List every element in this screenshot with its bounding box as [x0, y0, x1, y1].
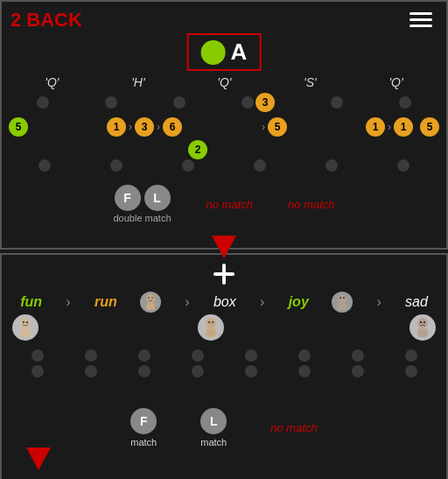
svg-rect-8: [338, 303, 346, 310]
green-stimulus-circle: [201, 40, 226, 65]
word-run: run: [94, 294, 117, 310]
letter-s: 'S': [304, 75, 317, 89]
dot: [405, 349, 417, 362]
svg-rect-16: [206, 328, 216, 337]
f-match-label: match: [130, 437, 157, 447]
svg-marker-0: [212, 236, 236, 258]
number-3-top: 3: [256, 93, 275, 112]
arrow-down-top: [208, 232, 240, 267]
no-match-bottom: no match: [270, 421, 317, 434]
svg-marker-23: [26, 447, 51, 470]
top-panel: 2 BACK A 'Q' 'H' 'Q' 'S' 'Q' 3: [0, 0, 448, 250]
dot: [298, 349, 311, 362]
svg-point-21: [420, 321, 422, 323]
bottom-panel: fun › run › box › joy: [0, 253, 448, 479]
bottom-fl-match-row: F match L match no match: [2, 408, 446, 447]
dot: [298, 365, 311, 377]
dot: [110, 159, 122, 172]
l-circle-bottom: L: [200, 408, 227, 434]
dot: [85, 365, 97, 377]
number-1c: 1: [394, 117, 413, 137]
face-run: [140, 292, 161, 313]
chevron: ›: [66, 294, 70, 310]
face-joy: [332, 292, 353, 313]
face-sad-bottom: [410, 314, 436, 341]
f-circle: F: [115, 185, 141, 211]
l-match-col: L match: [200, 408, 227, 447]
face-box-bottom: [198, 314, 224, 341]
number-6: 6: [163, 117, 182, 137]
bottom-labels-row: F L double match no match no match: [2, 185, 446, 223]
chevron: ›: [157, 121, 160, 133]
dot: [242, 96, 254, 109]
number-1b: 1: [366, 117, 385, 137]
number-5-right: 5: [420, 117, 439, 137]
svg-point-3: [146, 294, 155, 303]
dot: [399, 96, 411, 109]
dot: [326, 159, 338, 172]
l-circle: L: [144, 185, 171, 211]
dot: [182, 159, 194, 172]
dot: [32, 365, 44, 377]
svg-point-9: [340, 297, 341, 299]
dot: [405, 365, 417, 377]
chevron: ›: [376, 294, 381, 310]
dot: [192, 365, 204, 377]
svg-rect-12: [20, 328, 31, 337]
chevron: ›: [185, 294, 189, 310]
number-2: 2: [188, 140, 207, 159]
svg-point-18: [211, 321, 213, 323]
number-1a: 1: [107, 117, 126, 137]
svg-point-5: [148, 297, 150, 299]
dot: [192, 349, 204, 362]
dot: [38, 159, 51, 172]
svg-point-15: [206, 318, 216, 328]
dot: [352, 349, 364, 362]
hamburger-menu[interactable]: [410, 12, 432, 27]
dot: [254, 159, 266, 172]
dot: [85, 349, 97, 362]
word-box: box: [214, 294, 236, 310]
svg-point-11: [20, 318, 31, 328]
word-sad: sad: [405, 294, 428, 310]
svg-point-17: [207, 321, 209, 323]
number-3a: 3: [135, 117, 154, 137]
title-2back: 2 BACK: [10, 9, 82, 32]
svg-point-19: [417, 318, 428, 328]
l-match-label: match: [200, 437, 227, 447]
svg-rect-2: [214, 272, 234, 276]
hamburger-line-1: [410, 12, 432, 15]
letter-h: 'H': [131, 75, 144, 89]
stimulus-letter: A: [231, 39, 248, 66]
chevron: ›: [388, 121, 391, 133]
letter-q2: 'Q': [217, 75, 231, 89]
dots-row-top: 3: [9, 93, 439, 112]
letter-q1: 'Q': [45, 75, 59, 89]
dot: [245, 349, 257, 362]
number-5-left: 5: [9, 117, 28, 137]
svg-point-14: [26, 321, 28, 323]
letter-q3: 'Q': [388, 75, 402, 89]
svg-point-10: [343, 297, 345, 299]
arrow-down-bottom: [23, 444, 54, 479]
f-circle-bottom: F: [130, 408, 157, 434]
dot: [397, 159, 410, 172]
chevron: ›: [129, 121, 132, 133]
no-match-2: no match: [288, 198, 334, 211]
svg-rect-20: [417, 328, 428, 337]
svg-point-6: [151, 297, 153, 299]
dots-grid: 3 5 1 › 3 › 6 › 5 1 ›: [2, 93, 446, 175]
dot: [37, 96, 49, 109]
hamburger-line-2: [410, 18, 432, 21]
bottom-dots: [2, 349, 446, 381]
dots-row-lower: [9, 159, 439, 172]
number-2-row: 2: [9, 140, 439, 159]
words-row: fun › run › box › joy: [2, 292, 446, 313]
f-match-col: F match: [130, 408, 157, 447]
svg-point-22: [424, 321, 425, 323]
faces-bottom-row: [2, 314, 446, 341]
dot: [105, 96, 117, 109]
numbers-main-row: 5 1 › 3 › 6 › 5 1 › 1 5: [9, 116, 439, 138]
chevron: ›: [262, 121, 265, 133]
dot: [138, 349, 150, 362]
